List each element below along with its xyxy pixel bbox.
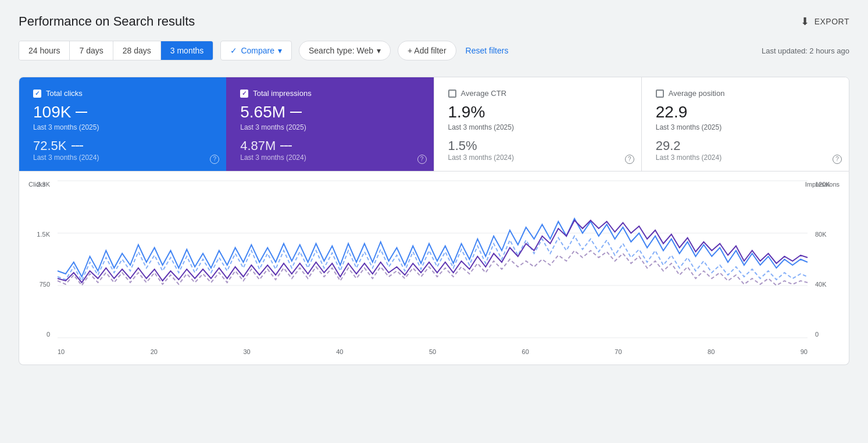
time-filter-28d[interactable]: 28 days — [113, 41, 161, 60]
time-filter-3m[interactable]: 3 months — [161, 41, 213, 60]
y-left-1500: 1.5K — [37, 231, 50, 238]
search-type-filter[interactable]: Search type: Web ▾ — [299, 41, 391, 60]
x-label-20: 20 — [151, 348, 158, 355]
total-clicks-current-value: 109K — [33, 102, 71, 122]
x-label-40: 40 — [336, 348, 343, 355]
y-axis-right: 120K 80K 40K 0 — [810, 181, 840, 338]
chart-area: Clicks Impressions 2.3K 1.5K 750 0 120K … — [19, 172, 849, 365]
x-label-30: 30 — [243, 348, 250, 355]
y-right-40k: 40K — [815, 281, 827, 288]
metric-card-average-ctr[interactable]: Average CTR 1.9% Last 3 months (2025) 1.… — [434, 77, 641, 171]
checkbox-total-impressions[interactable]: ✓ — [240, 90, 248, 98]
metric-value2-row-impressions: 4.87M — [240, 138, 419, 153]
compare-button[interactable]: ✓ Compare ▾ — [220, 41, 292, 60]
x-axis: 10 20 30 40 50 60 70 80 90 — [58, 341, 808, 355]
metric-label-average-position: Average position — [656, 89, 835, 98]
compare-chevron-icon: ▾ — [278, 46, 282, 55]
x-label-70: 70 — [615, 348, 621, 355]
metric-card-average-position[interactable]: Average position 22.9 Last 3 months (202… — [641, 77, 849, 171]
total-clicks-prev-period: Last 3 months (2024) — [33, 153, 212, 162]
time-filter-7d[interactable]: 7 days — [70, 41, 113, 60]
chart-svg — [58, 181, 808, 338]
export-icon: ⬇ — [801, 15, 810, 28]
average-position-current-value: 22.9 — [656, 103, 688, 121]
impressions-current-line-indicator — [290, 112, 302, 113]
page-title: Performance on Search results — [19, 14, 195, 29]
total-clicks-help-icon[interactable]: ? — [210, 155, 219, 164]
metric-label-total-impressions: ✓ Total impressions — [240, 89, 419, 98]
y-axis-left: 2.3K 1.5K 750 0 — [28, 181, 55, 338]
search-type-chevron-icon: ▾ — [377, 46, 381, 55]
total-impressions-prev-period: Last 3 months (2024) — [240, 153, 419, 162]
average-position-prev-value: 29.2 — [656, 138, 681, 153]
metric-label-average-ctr: Average CTR — [448, 89, 627, 98]
toolbar: 24 hours 7 days 28 days 3 months ✓ Compa… — [19, 41, 849, 60]
metric-card-total-impressions[interactable]: ✓ Total impressions 5.65M Last 3 months … — [226, 77, 433, 171]
metric-label-total-clicks: ✓ Total clicks — [33, 89, 212, 98]
total-impressions-current-value: 5.65M — [240, 102, 285, 122]
x-label-90: 90 — [801, 348, 808, 355]
chart-wrapper: Clicks Impressions 2.3K 1.5K 750 0 120K … — [28, 181, 840, 355]
last-updated-label: Last updated: 2 hours ago — [762, 47, 849, 55]
average-ctr-help-icon[interactable]: ? — [625, 155, 634, 164]
page-header: Performance on Search results ⬇ EXPORT — [19, 14, 849, 29]
export-button[interactable]: ⬇ EXPORT — [801, 15, 849, 28]
checkbox-average-position[interactable] — [656, 90, 664, 98]
impressions-prev-line-indicator — [280, 145, 292, 147]
x-label-10: 10 — [58, 348, 65, 355]
y-right-80k: 80K — [815, 231, 827, 238]
time-filter-group: 24 hours 7 days 28 days 3 months — [19, 41, 213, 60]
y-right-0: 0 — [815, 331, 819, 338]
compare-check-icon: ✓ — [230, 46, 237, 55]
time-filter-24h[interactable]: 24 hours — [19, 41, 70, 60]
total-clicks-current-period: Last 3 months (2025) — [33, 123, 212, 131]
average-ctr-current-value: 1.9% — [448, 103, 485, 121]
metric-value2-row-clicks: 72.5K — [33, 138, 212, 153]
total-impressions-prev-value: 4.87M — [240, 138, 276, 153]
total-clicks-prev-value: 72.5K — [33, 138, 67, 153]
average-position-help-icon[interactable]: ? — [833, 155, 842, 164]
chart-svg-container — [58, 181, 808, 338]
metric-value-row-impressions: 5.65M — [240, 102, 419, 122]
x-label-50: 50 — [429, 348, 436, 355]
clicks-prev-line-indicator — [72, 145, 83, 147]
add-filter-button[interactable]: + Add filter — [398, 41, 456, 60]
clicks-current-line-indicator — [76, 112, 87, 113]
average-ctr-prev-value: 1.5% — [448, 138, 477, 153]
metrics-row: ✓ Total clicks 109K Last 3 months (2025)… — [19, 77, 849, 172]
average-ctr-current-period: Last 3 months (2025) — [448, 123, 627, 131]
reset-filters-button[interactable]: Reset filters — [463, 41, 511, 60]
y-left-2300: 2.3K — [37, 181, 50, 188]
average-position-prev-period: Last 3 months (2024) — [656, 153, 835, 162]
metric-value-row-clicks: 109K — [33, 102, 212, 122]
checkbox-total-clicks[interactable]: ✓ — [33, 90, 41, 98]
y-left-0: 0 — [47, 331, 50, 338]
checkbox-average-ctr[interactable] — [448, 90, 456, 98]
x-label-80: 80 — [708, 348, 715, 355]
total-impressions-help-icon[interactable]: ? — [417, 155, 427, 164]
y-left-750: 750 — [40, 281, 50, 288]
y-right-120k: 120K — [815, 181, 830, 188]
total-impressions-current-period: Last 3 months (2025) — [240, 123, 419, 131]
average-ctr-prev-period: Last 3 months (2024) — [448, 153, 627, 162]
average-position-current-period: Last 3 months (2025) — [656, 123, 835, 131]
x-label-60: 60 — [522, 348, 529, 355]
metric-card-total-clicks[interactable]: ✓ Total clicks 109K Last 3 months (2025)… — [19, 77, 226, 171]
